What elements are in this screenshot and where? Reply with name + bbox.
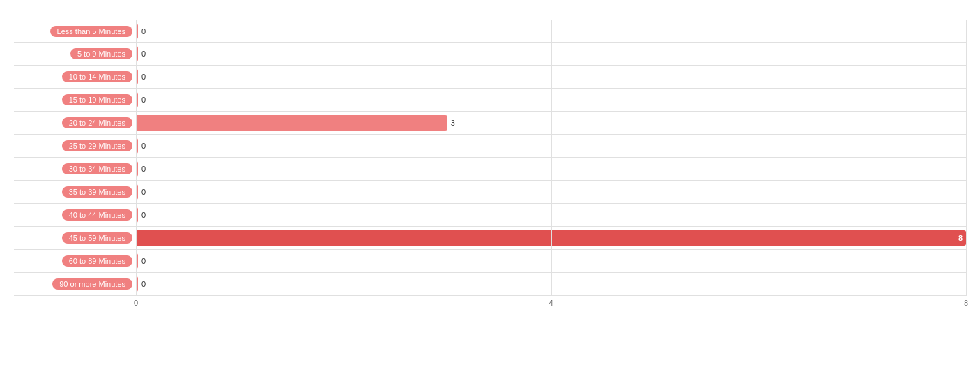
x-axis: 048 [136, 299, 966, 313]
x-tick-label: 8 [964, 299, 968, 307]
bar-value-label: 8 [958, 234, 963, 242]
bar-label: 10 to 14 Minutes [14, 71, 136, 82]
bar-fill [136, 161, 138, 177]
bar-label-pill: 45 to 59 Minutes [62, 232, 132, 244]
bar-value-label: 0 [141, 280, 146, 288]
bar-value-label: 0 [141, 142, 146, 150]
bar-fill [136, 46, 138, 61]
bar-value-label: 0 [141, 188, 146, 196]
bar-label-pill: 90 or more Minutes [52, 278, 132, 290]
bar-label-pill: 35 to 39 Minutes [62, 186, 132, 198]
bar-label-pill: Less than 5 Minutes [50, 26, 132, 37]
bar-track: 0 [136, 204, 966, 226]
bar-track: 0 [136, 66, 966, 88]
bar-value-label: 0 [141, 211, 146, 219]
bar-label: 15 to 19 Minutes [14, 94, 136, 105]
bar-label: 40 to 44 Minutes [14, 209, 136, 221]
bar-fill [136, 184, 138, 200]
bar-label: 30 to 34 Minutes [14, 163, 136, 174]
bar-label-pill: 10 to 14 Minutes [62, 71, 132, 82]
bar-label: 25 to 29 Minutes [14, 140, 136, 151]
bar-track: 0 [136, 43, 966, 65]
chart-container: Less than 5 Minutes05 to 9 Minutes010 to… [0, 0, 980, 365]
bar-track: 0 [136, 135, 966, 157]
bar-fill [136, 253, 138, 269]
bar-fill [136, 92, 138, 107]
bar-row: 40 to 44 Minutes0 [14, 204, 966, 227]
bar-track: 0 [136, 158, 966, 180]
bar-label: 5 to 9 Minutes [14, 48, 136, 59]
bar-label: 45 to 59 Minutes [14, 232, 136, 244]
bar-track: 0 [136, 181, 966, 203]
bar-row: 35 to 39 Minutes0 [14, 181, 966, 204]
bar-label: Less than 5 Minutes [14, 26, 136, 37]
bar-value-label: 0 [141, 96, 146, 104]
bar-fill: 8 [136, 230, 966, 246]
bar-label-pill: 40 to 44 Minutes [62, 209, 132, 221]
bar-row: 5 to 9 Minutes0 [14, 43, 966, 66]
bars-section: Less than 5 Minutes05 to 9 Minutes010 to… [14, 20, 966, 296]
grid-line [966, 20, 967, 296]
bar-row: Less than 5 Minutes0 [14, 20, 966, 43]
bar-track: 0 [136, 273, 966, 295]
bar-fill [136, 276, 138, 292]
bar-value-label: 0 [141, 50, 146, 58]
bar-row: 20 to 24 Minutes3 [14, 112, 966, 135]
bar-fill [136, 207, 138, 223]
bar-track: 0 [136, 20, 966, 42]
bar-row: 30 to 34 Minutes0 [14, 158, 966, 181]
bar-row: 45 to 59 Minutes8 [14, 227, 966, 250]
bar-fill [136, 115, 447, 131]
bar-row: 10 to 14 Minutes0 [14, 66, 966, 89]
bar-label: 35 to 39 Minutes [14, 186, 136, 198]
bar-row: 15 to 19 Minutes0 [14, 89, 966, 112]
bar-track: 8 [136, 227, 966, 249]
bar-fill [136, 69, 138, 84]
bar-label-pill: 15 to 19 Minutes [62, 94, 132, 105]
bar-value-label: 0 [141, 27, 146, 36]
bar-label: 60 to 89 Minutes [14, 255, 136, 267]
bar-value-label: 3 [451, 119, 455, 127]
chart-area: Less than 5 Minutes05 to 9 Minutes010 to… [14, 20, 966, 308]
bar-fill [136, 24, 138, 39]
bar-label-pill: 5 to 9 Minutes [70, 48, 132, 59]
bar-row: 60 to 89 Minutes0 [14, 250, 966, 273]
bar-track: 0 [136, 89, 966, 111]
bar-value-label: 0 [141, 165, 146, 173]
bar-value-label: 0 [141, 73, 146, 81]
bar-label-pill: 25 to 29 Minutes [62, 140, 132, 151]
bar-label: 90 or more Minutes [14, 278, 136, 290]
bar-label-pill: 60 to 89 Minutes [62, 255, 132, 267]
bar-value-label: 0 [141, 257, 146, 265]
bar-track: 0 [136, 250, 966, 272]
bar-fill [136, 138, 138, 154]
x-tick-label: 4 [549, 299, 553, 307]
x-tick-label: 0 [134, 299, 138, 307]
bar-label-pill: 30 to 34 Minutes [62, 163, 132, 174]
bar-row: 90 or more Minutes0 [14, 273, 966, 296]
bar-label-pill: 20 to 24 Minutes [62, 117, 132, 128]
bar-track: 3 [136, 112, 966, 134]
bar-label: 20 to 24 Minutes [14, 117, 136, 128]
bar-row: 25 to 29 Minutes0 [14, 135, 966, 158]
